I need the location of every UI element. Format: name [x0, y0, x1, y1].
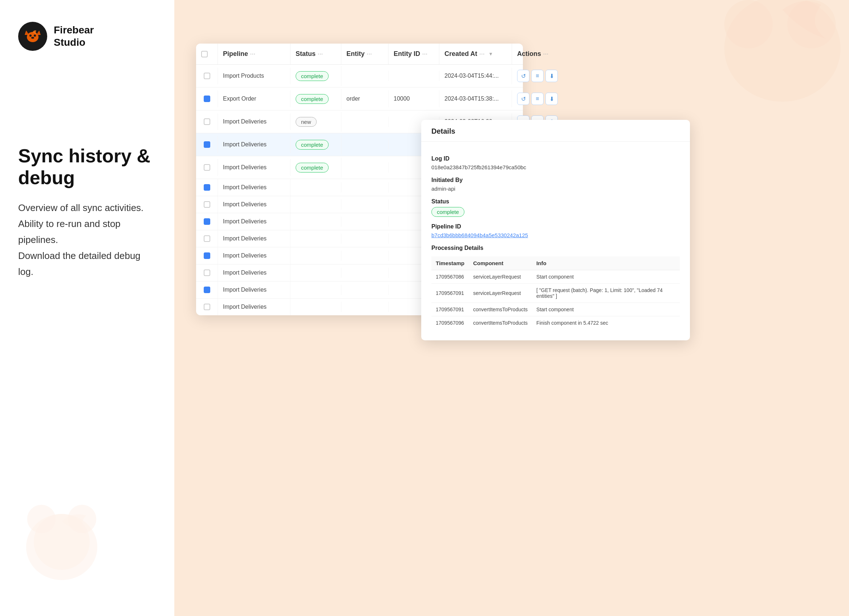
row-pipeline: Import Deliveries	[218, 282, 290, 298]
svg-point-6	[31, 37, 34, 39]
row-status: complete	[290, 158, 341, 177]
row-checkbox-cell	[196, 298, 218, 315]
th-entity-id[interactable]: Entity ID ···	[389, 43, 439, 64]
th-actions[interactable]: Actions ···	[512, 43, 570, 64]
processing-details-label: Processing Details	[431, 245, 680, 251]
row-checkbox-cell	[196, 67, 218, 84]
th-checkbox	[196, 43, 218, 64]
row-pipeline: Import Deliveries	[218, 179, 290, 196]
status-badge-detail: complete	[431, 207, 680, 217]
row-checkbox[interactable]	[204, 304, 210, 310]
row-status	[290, 182, 341, 192]
logo-text: Firebear Studio	[54, 24, 94, 48]
processing-table: Timestamp Component Info 1709567086servi…	[431, 257, 680, 330]
rerun-button[interactable]: ↺	[517, 70, 529, 82]
proc-cell-info: Finish component in 5.4722 sec	[532, 316, 680, 330]
hero-title: Sync history & debug	[18, 145, 156, 189]
row-entity	[341, 71, 389, 81]
created-at-dots: ···	[479, 51, 485, 57]
left-panel: Firebear Studio Sync history & debug Ove…	[0, 0, 174, 616]
table-header: Pipeline ··· Status ··· Entity ··· Entit…	[196, 43, 523, 65]
row-status	[290, 216, 341, 227]
row-entity	[341, 234, 389, 244]
row-checkbox-cell	[196, 196, 218, 213]
pipeline-id-label: Pipeline ID	[431, 224, 680, 230]
table-row[interactable]: Export Ordercompleteorder100002024-03-04…	[196, 88, 523, 110]
svg-point-4	[30, 34, 31, 37]
svg-point-11	[68, 505, 96, 533]
row-entity	[341, 139, 389, 150]
proc-cell-info: [ "GET request (batch). Page: 1, Limit: …	[532, 284, 680, 303]
complete-badge: complete	[431, 207, 465, 217]
row-status	[290, 268, 341, 278]
proc-col-timestamp: Timestamp	[431, 257, 469, 270]
th-status[interactable]: Status ···	[290, 43, 341, 64]
proc-col-info: Info	[532, 257, 680, 270]
row-status: complete	[290, 135, 341, 155]
status-badge: complete	[296, 71, 329, 81]
proc-row: 1709567091serviceLayerRequest[ "GET requ…	[431, 284, 680, 303]
svg-point-5	[34, 34, 36, 37]
rerun-button[interactable]: ↺	[517, 92, 529, 105]
row-entity-id: 10000	[389, 91, 439, 107]
svg-point-14	[724, 0, 773, 48]
details-button[interactable]: ≡	[531, 92, 544, 105]
row-checkbox-cell	[196, 264, 218, 281]
row-entity	[341, 199, 389, 210]
row-checkbox[interactable]	[204, 218, 210, 225]
row-entity	[341, 182, 389, 192]
row-checkbox[interactable]	[204, 236, 210, 242]
row-checkbox[interactable]	[204, 73, 210, 79]
watermark-bear	[11, 491, 113, 594]
status-label: Status	[431, 198, 680, 205]
th-created-at[interactable]: Created At ··· ▼	[439, 43, 512, 64]
svg-point-12	[34, 514, 90, 570]
row-checkbox-cell	[196, 179, 218, 196]
row-entity	[341, 285, 389, 295]
proc-cell-component: serviceLayerRequest	[469, 270, 532, 284]
entity-id-dots: ···	[422, 51, 428, 57]
row-checkbox[interactable]	[204, 184, 210, 191]
row-checkbox[interactable]	[204, 286, 210, 293]
row-pipeline: Import Deliveries	[218, 196, 290, 213]
row-status	[290, 302, 341, 312]
row-entity	[341, 216, 389, 227]
row-checkbox[interactable]	[204, 118, 210, 125]
logo-area: Firebear Studio	[18, 22, 156, 51]
details-header: Details	[421, 120, 690, 142]
details-body: Log ID 018e0a23847b725fb261394e79ca50bc …	[421, 142, 690, 330]
row-pipeline: Import Deliveries	[218, 230, 290, 247]
proc-row: 1709567096convertItemsToProductsFinish c…	[431, 316, 680, 330]
table-row[interactable]: Import Productscomplete2024-03-04T15:44:…	[196, 65, 523, 88]
row-checkbox[interactable]	[204, 141, 210, 148]
row-pipeline: Import Deliveries	[218, 159, 290, 176]
row-checkbox[interactable]	[204, 164, 210, 171]
download-button[interactable]: ⬇	[545, 70, 558, 82]
row-checkbox[interactable]	[204, 95, 210, 102]
row-status	[290, 234, 341, 244]
header-checkbox[interactable]	[201, 51, 208, 57]
row-status	[290, 199, 341, 210]
proc-col-component: Component	[469, 257, 532, 270]
row-checkbox[interactable]	[204, 252, 210, 259]
proc-cell-component: convertItemsToProducts	[469, 303, 532, 316]
details-button[interactable]: ≡	[531, 70, 544, 82]
download-button[interactable]: ⬇	[545, 92, 558, 105]
row-pipeline: Import Deliveries	[218, 213, 290, 230]
row-pipeline: Import Deliveries	[218, 248, 290, 264]
row-created-at: 2024-03-04T15:38:...	[439, 91, 512, 107]
row-pipeline: Import Deliveries	[218, 298, 290, 315]
row-entity	[341, 116, 389, 127]
svg-point-13	[724, 0, 841, 102]
pipeline-id-value[interactable]: b7cd3b6bbb684094b4a5e5330242a125	[431, 232, 680, 238]
row-checkbox[interactable]	[204, 270, 210, 276]
entity-dots: ···	[367, 51, 372, 57]
row-entity	[341, 251, 389, 261]
hero-description: Overview of all sync activities. Ability…	[18, 200, 156, 280]
th-entity[interactable]: Entity ···	[341, 43, 389, 64]
initiated-by-value: admin-api	[431, 186, 680, 192]
proc-cell-component: serviceLayerRequest	[469, 284, 532, 303]
row-checkbox[interactable]	[204, 201, 210, 208]
status-badge: complete	[296, 163, 329, 173]
th-pipeline[interactable]: Pipeline ···	[218, 43, 290, 64]
